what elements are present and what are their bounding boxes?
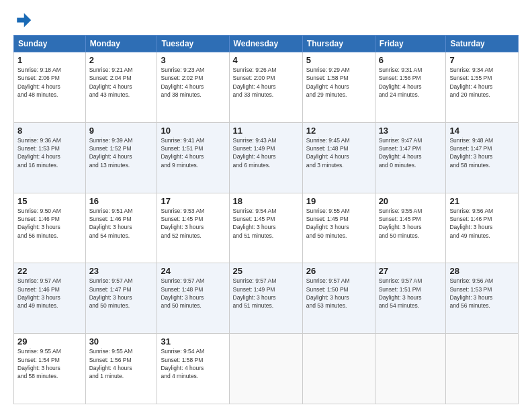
day-info: Sunrise: 9:54 AMSunset: 1:45 PMDaylight:… xyxy=(233,207,299,240)
calendar-cell: 6Sunrise: 9:31 AMSunset: 1:56 PMDaylight… xyxy=(375,52,446,123)
day-number: 6 xyxy=(379,55,443,65)
day-number: 28 xyxy=(449,266,515,276)
day-info: Sunrise: 9:53 AMSunset: 1:45 PMDaylight:… xyxy=(161,207,225,240)
calendar-cell xyxy=(446,334,519,404)
day-number: 14 xyxy=(449,126,515,136)
day-number: 4 xyxy=(233,55,299,65)
calendar-week-row: 22Sunrise: 9:57 AMSunset: 1:46 PMDayligh… xyxy=(14,263,519,334)
calendar-cell: 10Sunrise: 9:41 AMSunset: 1:51 PMDayligh… xyxy=(157,122,229,193)
day-header: Saturday xyxy=(446,36,519,52)
day-number: 15 xyxy=(17,196,82,206)
day-number: 26 xyxy=(306,266,371,276)
calendar-cell: 8Sunrise: 9:36 AMSunset: 1:53 PMDaylight… xyxy=(14,122,86,193)
calendar-cell: 19Sunrise: 9:55 AMSunset: 1:45 PMDayligh… xyxy=(302,193,375,263)
day-info: Sunrise: 9:57 AMSunset: 1:50 PMDaylight:… xyxy=(306,277,371,310)
day-number: 22 xyxy=(17,266,82,276)
day-header: Wednesday xyxy=(229,36,302,52)
day-number: 25 xyxy=(233,266,299,276)
calendar-cell: 28Sunrise: 9:56 AMSunset: 1:53 PMDayligh… xyxy=(446,263,519,334)
calendar-header: SundayMondayTuesdayWednesdayThursdayFrid… xyxy=(14,36,519,52)
day-number: 21 xyxy=(449,196,515,206)
calendar-week-row: 29Sunrise: 9:55 AMSunset: 1:54 PMDayligh… xyxy=(14,334,519,404)
day-header: Monday xyxy=(85,36,157,52)
day-info: Sunrise: 9:51 AMSunset: 1:46 PMDaylight:… xyxy=(89,207,154,240)
calendar-cell: 4Sunrise: 9:26 AMSunset: 2:00 PMDaylight… xyxy=(229,52,302,123)
page: SundayMondayTuesdayWednesdayThursdayFrid… xyxy=(0,0,532,411)
day-number: 10 xyxy=(161,126,225,136)
day-number: 13 xyxy=(379,126,443,136)
day-header: Thursday xyxy=(302,36,375,52)
calendar-cell: 1Sunrise: 9:18 AMSunset: 2:06 PMDaylight… xyxy=(14,52,86,123)
calendar-cell: 15Sunrise: 9:50 AMSunset: 1:46 PMDayligh… xyxy=(14,193,86,263)
header-row: SundayMondayTuesdayWednesdayThursdayFrid… xyxy=(14,36,519,52)
calendar-cell: 11Sunrise: 9:43 AMSunset: 1:49 PMDayligh… xyxy=(229,122,302,193)
calendar-cell: 12Sunrise: 9:45 AMSunset: 1:48 PMDayligh… xyxy=(302,122,375,193)
day-number: 7 xyxy=(449,55,515,65)
day-info: Sunrise: 9:57 AMSunset: 1:47 PMDaylight:… xyxy=(89,277,154,310)
day-info: Sunrise: 9:57 AMSunset: 1:51 PMDaylight:… xyxy=(379,277,443,310)
day-number: 29 xyxy=(17,336,82,347)
calendar-week-row: 1Sunrise: 9:18 AMSunset: 2:06 PMDaylight… xyxy=(14,52,519,123)
day-info: Sunrise: 9:23 AMSunset: 2:02 PMDaylight:… xyxy=(161,66,225,99)
day-info: Sunrise: 9:31 AMSunset: 1:56 PMDaylight:… xyxy=(379,66,443,99)
svg-marker-0 xyxy=(17,13,31,28)
day-number: 23 xyxy=(89,266,154,276)
calendar-cell: 7Sunrise: 9:34 AMSunset: 1:55 PMDaylight… xyxy=(446,52,519,123)
day-info: Sunrise: 9:47 AMSunset: 1:47 PMDaylight:… xyxy=(379,136,443,169)
calendar-cell xyxy=(375,334,446,404)
day-info: Sunrise: 9:29 AMSunset: 1:58 PMDaylight:… xyxy=(306,66,371,99)
calendar-cell: 27Sunrise: 9:57 AMSunset: 1:51 PMDayligh… xyxy=(375,263,446,334)
day-number: 17 xyxy=(161,196,225,206)
day-header: Friday xyxy=(375,36,446,52)
logo xyxy=(13,11,35,30)
calendar-cell: 29Sunrise: 9:55 AMSunset: 1:54 PMDayligh… xyxy=(14,334,86,404)
day-number: 8 xyxy=(17,126,82,136)
calendar-cell: 14Sunrise: 9:48 AMSunset: 1:47 PMDayligh… xyxy=(446,122,519,193)
calendar-cell: 30Sunrise: 9:55 AMSunset: 1:56 PMDayligh… xyxy=(85,334,157,404)
calendar-cell: 13Sunrise: 9:47 AMSunset: 1:47 PMDayligh… xyxy=(375,122,446,193)
calendar-cell: 18Sunrise: 9:54 AMSunset: 1:45 PMDayligh… xyxy=(229,193,302,263)
calendar-week-row: 8Sunrise: 9:36 AMSunset: 1:53 PMDaylight… xyxy=(14,122,519,193)
day-header: Sunday xyxy=(14,36,86,52)
day-number: 27 xyxy=(379,266,443,276)
calendar-cell: 22Sunrise: 9:57 AMSunset: 1:46 PMDayligh… xyxy=(14,263,86,334)
day-info: Sunrise: 9:21 AMSunset: 2:04 PMDaylight:… xyxy=(89,66,154,99)
day-info: Sunrise: 9:55 AMSunset: 1:45 PMDaylight:… xyxy=(306,207,371,240)
day-info: Sunrise: 9:36 AMSunset: 1:53 PMDaylight:… xyxy=(17,136,82,169)
day-number: 3 xyxy=(161,55,225,65)
day-header: Tuesday xyxy=(157,36,229,52)
day-info: Sunrise: 9:26 AMSunset: 2:00 PMDaylight:… xyxy=(233,66,299,99)
calendar-cell: 16Sunrise: 9:51 AMSunset: 1:46 PMDayligh… xyxy=(85,193,157,263)
day-info: Sunrise: 9:45 AMSunset: 1:48 PMDaylight:… xyxy=(306,136,371,169)
day-info: Sunrise: 9:18 AMSunset: 2:06 PMDaylight:… xyxy=(17,66,82,99)
calendar-cell: 5Sunrise: 9:29 AMSunset: 1:58 PMDaylight… xyxy=(302,52,375,123)
day-info: Sunrise: 9:48 AMSunset: 1:47 PMDaylight:… xyxy=(449,136,515,169)
day-number: 16 xyxy=(89,196,154,206)
day-number: 31 xyxy=(161,336,225,347)
calendar-cell: 26Sunrise: 9:57 AMSunset: 1:50 PMDayligh… xyxy=(302,263,375,334)
day-number: 1 xyxy=(17,55,82,65)
calendar-week-row: 15Sunrise: 9:50 AMSunset: 1:46 PMDayligh… xyxy=(14,193,519,263)
day-number: 9 xyxy=(89,126,154,136)
day-number: 5 xyxy=(306,55,371,65)
day-info: Sunrise: 9:56 AMSunset: 1:53 PMDaylight:… xyxy=(449,277,515,310)
calendar-cell xyxy=(229,334,302,404)
calendar-cell: 24Sunrise: 9:57 AMSunset: 1:48 PMDayligh… xyxy=(157,263,229,334)
calendar-table: SundayMondayTuesdayWednesdayThursdayFrid… xyxy=(13,35,519,404)
day-number: 30 xyxy=(89,336,154,347)
calendar-cell: 3Sunrise: 9:23 AMSunset: 2:02 PMDaylight… xyxy=(157,52,229,123)
calendar-cell: 23Sunrise: 9:57 AMSunset: 1:47 PMDayligh… xyxy=(85,263,157,334)
calendar-cell: 20Sunrise: 9:55 AMSunset: 1:45 PMDayligh… xyxy=(375,193,446,263)
calendar-cell: 17Sunrise: 9:53 AMSunset: 1:45 PMDayligh… xyxy=(157,193,229,263)
logo-icon xyxy=(13,11,32,30)
day-number: 20 xyxy=(379,196,443,206)
day-info: Sunrise: 9:56 AMSunset: 1:46 PMDaylight:… xyxy=(449,207,515,240)
day-info: Sunrise: 9:39 AMSunset: 1:52 PMDaylight:… xyxy=(89,136,154,169)
day-number: 11 xyxy=(233,126,299,136)
day-info: Sunrise: 9:43 AMSunset: 1:49 PMDaylight:… xyxy=(233,136,299,169)
calendar-cell: 21Sunrise: 9:56 AMSunset: 1:46 PMDayligh… xyxy=(446,193,519,263)
day-number: 2 xyxy=(89,55,154,65)
day-info: Sunrise: 9:57 AMSunset: 1:46 PMDaylight:… xyxy=(17,277,82,310)
day-info: Sunrise: 9:41 AMSunset: 1:51 PMDaylight:… xyxy=(161,136,225,169)
day-info: Sunrise: 9:55 AMSunset: 1:45 PMDaylight:… xyxy=(379,207,443,240)
